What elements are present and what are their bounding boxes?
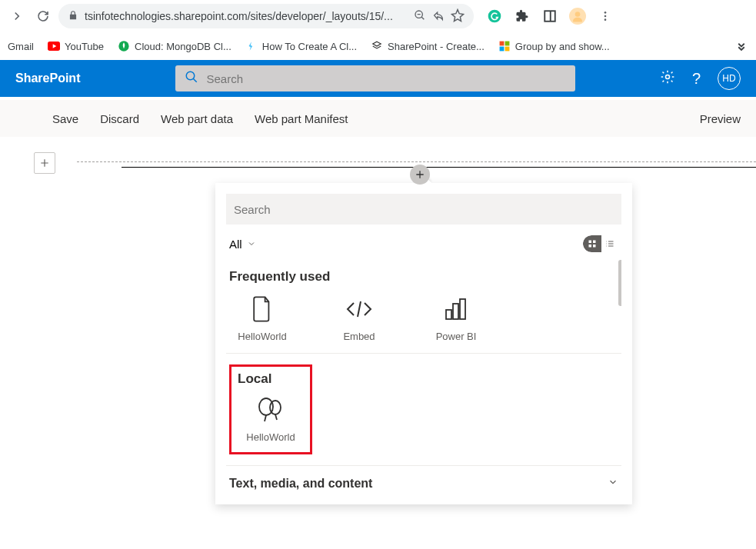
bookmarks-bar: Gmail YouTube Cloud: MongoDB Cl... How T… xyxy=(0,32,756,60)
section-divider-solid xyxy=(122,167,756,168)
command-bar: Save Discard Web part data Web part Mani… xyxy=(0,100,756,137)
embed-icon xyxy=(336,292,382,326)
sp-search-input[interactable] xyxy=(206,72,566,85)
youtube-icon xyxy=(48,40,60,52)
webpart-embed[interactable]: Embed xyxy=(326,292,392,342)
zoom-icon[interactable] xyxy=(414,9,426,24)
webpart-label: Power BI xyxy=(423,331,489,342)
bookmark-label: Cloud: MongoDB Cl... xyxy=(135,41,231,52)
svg-rect-18 xyxy=(589,245,592,248)
browser-toolbar: tsinfotechnologies.sharepoint.com/sites/… xyxy=(0,0,756,32)
view-toggle xyxy=(583,235,618,252)
toolbar-icons xyxy=(486,8,614,25)
filter-label: All xyxy=(229,238,242,251)
svg-rect-21 xyxy=(453,304,458,319)
sharepoint-brand[interactable]: SharePoint xyxy=(15,72,80,85)
webpart-data-button[interactable]: Web part data xyxy=(158,109,236,128)
svg-point-14 xyxy=(187,72,195,80)
text-media-section[interactable]: Text, media, and content xyxy=(226,465,621,494)
webpart-powerbi[interactable]: Power BI xyxy=(423,292,489,342)
bookmark-gmail[interactable]: Gmail xyxy=(8,41,34,52)
user-avatar[interactable]: HD xyxy=(718,67,741,90)
svg-point-24 xyxy=(270,401,281,414)
chevron-down-icon xyxy=(247,238,256,251)
help-icon[interactable]: ? xyxy=(692,70,701,88)
svg-point-7 xyxy=(604,18,607,21)
panel-icon[interactable] xyxy=(541,8,558,25)
sharepoint-icon xyxy=(371,40,383,52)
profile-avatar[interactable] xyxy=(569,8,586,25)
webpart-manifest-button[interactable]: Web part Manifest xyxy=(251,109,351,128)
frequently-used-grid: HelloWorld Embed Power BI xyxy=(226,292,621,354)
doc-icon xyxy=(245,40,258,52)
picker-search-box[interactable] xyxy=(226,194,621,225)
svg-rect-11 xyxy=(505,42,509,46)
local-highlight: Local HelloWorld xyxy=(229,364,312,454)
settings-icon[interactable] xyxy=(660,69,675,88)
sp-search-box[interactable] xyxy=(175,65,575,92)
page-icon xyxy=(239,292,285,326)
sp-header-right: ? HD xyxy=(660,67,741,90)
svg-rect-13 xyxy=(505,47,509,52)
section-divider-dotted xyxy=(77,161,756,162)
bookmark-label: Gmail xyxy=(8,41,34,52)
bookmark-label: How To Create A Cl... xyxy=(262,41,357,52)
url-text: tsinfotechnologies.sharepoint.com/sites/… xyxy=(85,10,408,22)
svg-point-4 xyxy=(575,12,581,17)
webpart-label: Embed xyxy=(326,331,392,342)
webpart-helloworld[interactable]: HelloWorld xyxy=(229,292,295,342)
svg-rect-17 xyxy=(593,241,596,244)
webpart-label: HelloWorld xyxy=(229,331,295,342)
section-heading: Text, media, and content xyxy=(229,477,372,491)
discard-button[interactable]: Discard xyxy=(97,109,142,128)
webpart-local-helloworld[interactable]: HelloWorld xyxy=(238,393,304,443)
svg-point-1 xyxy=(488,10,501,23)
bookmark-howto[interactable]: How To Create A Cl... xyxy=(245,40,357,52)
svg-rect-22 xyxy=(460,299,465,319)
avatar-initials: HD xyxy=(722,73,735,84)
add-section-button[interactable] xyxy=(34,152,55,174)
grammarly-icon[interactable] xyxy=(486,8,503,25)
webpart-label: HelloWorld xyxy=(238,431,304,443)
microsoft-icon xyxy=(498,40,511,52)
bookmark-label: SharePoint - Create... xyxy=(388,41,485,52)
local-section: Local HelloWorld xyxy=(226,354,621,465)
picker-body: Frequently used HelloWorld Embed xyxy=(226,260,621,494)
list-view-button[interactable] xyxy=(601,235,618,252)
bookmark-sharepoint[interactable]: SharePoint - Create... xyxy=(371,40,485,52)
bookmark-label: YouTube xyxy=(65,41,104,52)
save-button[interactable]: Save xyxy=(49,109,82,128)
svg-point-5 xyxy=(604,12,607,14)
svg-rect-10 xyxy=(499,42,504,46)
mongodb-icon xyxy=(118,40,130,52)
canvas-area: All Frequently used xyxy=(0,137,756,157)
frequently-used-heading: Frequently used xyxy=(229,269,618,284)
grid-view-button[interactable] xyxy=(583,235,601,252)
picker-search-input[interactable] xyxy=(234,203,614,216)
share-icon[interactable] xyxy=(432,9,445,24)
lock-icon xyxy=(68,10,78,23)
svg-rect-12 xyxy=(499,47,504,52)
powerbi-icon xyxy=(433,292,479,326)
menu-icon[interactable] xyxy=(597,8,614,25)
extensions-icon[interactable] xyxy=(514,8,531,25)
scrollbar[interactable] xyxy=(618,260,621,306)
balloons-icon xyxy=(248,393,294,427)
svg-rect-20 xyxy=(446,310,451,319)
bookmark-youtube[interactable]: YouTube xyxy=(48,40,104,52)
address-bar[interactable]: tsinfotechnologies.sharepoint.com/sites/… xyxy=(58,4,474,28)
forward-button[interactable] xyxy=(6,5,28,27)
picker-filter-row: All xyxy=(229,235,618,252)
category-filter[interactable]: All xyxy=(229,238,256,251)
preview-button[interactable]: Preview xyxy=(697,109,744,128)
add-webpart-button[interactable] xyxy=(410,165,430,185)
bookmark-mongodb[interactable]: Cloud: MongoDB Cl... xyxy=(118,40,231,52)
bookmark-groupby[interactable]: Group by and show... xyxy=(498,40,610,52)
bookmarks-overflow[interactable] xyxy=(734,38,748,55)
search-icon xyxy=(185,70,198,87)
sharepoint-header: SharePoint ? HD xyxy=(0,60,756,97)
star-icon[interactable] xyxy=(451,8,465,25)
svg-rect-19 xyxy=(593,245,596,248)
svg-point-15 xyxy=(665,75,669,79)
reload-button[interactable] xyxy=(32,5,54,27)
